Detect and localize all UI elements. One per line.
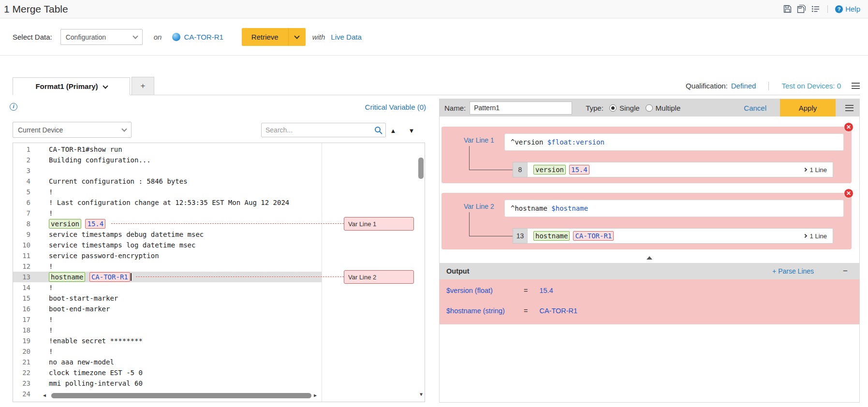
code-line-11[interactable]: 11service password-encryption [13,250,322,261]
parse-lines-button[interactable]: + Parse Lines [772,267,814,275]
save-icon[interactable] [783,4,792,14]
code-line-23[interactable]: 23mmi polling-interval 60 [13,378,322,389]
search-icon[interactable] [374,126,383,134]
merge-table-page: 1 Merge Table ? Help Select Data: Config… [0,0,868,407]
help-button[interactable]: ? Help [835,5,860,13]
type-multiple-radio[interactable] [646,104,653,112]
pattern-variable: $hostname [551,204,588,212]
minimize-icon[interactable]: − [843,266,848,276]
retrieve-label: Retrieve [251,33,279,41]
with-label: with [312,33,325,41]
code-line-5[interactable]: 5! [13,187,322,197]
output-title: Output [446,267,470,275]
scope-select[interactable]: Current Device [13,122,132,138]
type-label: Type: [586,104,603,112]
collapse-cards-button[interactable] [440,256,859,260]
pattern-input[interactable]: ^hostname $hostname [504,200,844,217]
code-line-18[interactable]: 18! [13,325,322,335]
line-number: 13 [13,272,30,282]
type-single-radio[interactable] [609,104,617,112]
select-data-label: Select Data: [13,33,52,41]
code-line-22[interactable]: 22clock timezone EST -5 0 [13,367,322,378]
code-line-21[interactable]: 21no aaa new-model [13,357,322,367]
top-bar-actions: ? Help [783,4,868,14]
matched-line-number: 13 [513,228,527,244]
horizontal-scrollbar-thumb[interactable] [51,393,311,398]
code-line-2[interactable]: 2Building configuration... [13,155,322,165]
line-text: version 15.4 [49,218,105,229]
line-number: 14 [13,282,30,293]
code-line-20[interactable]: 20! [13,346,322,357]
line-number: 9 [13,229,30,240]
data-type-select[interactable]: Configuration [60,29,143,45]
find-next-button[interactable]: ▼ [405,125,418,137]
matched-variable: 15.4 [85,219,105,229]
code-line-13[interactable]: 13hostname CA-TOR-R1 [13,272,322,282]
cancel-button[interactable]: Cancel [744,104,766,112]
expand-lines-button[interactable]: 1 Line [804,233,827,240]
code-line-7[interactable]: 7! [13,208,322,218]
code-line-12[interactable]: 12! [13,261,322,272]
code-line-10[interactable]: 10service timestamps log datetime msec [13,240,322,250]
test-on-devices-link[interactable]: Test on Devices: 0 [781,82,841,90]
code-line-6[interactable]: 6! Last configuration change at 12:53:35… [13,197,322,208]
search-input[interactable] [262,126,374,134]
device-link[interactable]: CA-TOR-R1 [184,33,223,41]
close-icon[interactable]: ✕ [844,122,853,132]
data-type-value: Configuration [66,33,106,41]
var-line-2-callout[interactable]: Var Line 2 [344,270,414,284]
code-line-1[interactable]: 1CA-TOR-R1#show run [13,144,322,155]
list-icon[interactable] [811,4,820,14]
horizontal-scrollbar: ◀ ▶ [43,392,320,399]
critical-variable-link[interactable]: Critical Variable (0) [365,103,426,111]
code-line-17[interactable]: 17! [13,314,322,325]
line-text: boot-start-marker [49,293,118,304]
code-line-3[interactable]: 3 [13,165,322,176]
code-line-14[interactable]: 14! [13,282,322,293]
code-line-8[interactable]: 8version 15.4 [13,218,322,229]
var-line-1-callout[interactable]: Var Line 1 [344,217,414,231]
page-title: 1 Merge Table [0,3,68,15]
code-line-16[interactable]: 16boot-end-marker [13,304,322,314]
tab-format1-primary[interactable]: Format1 (Primary) [13,77,130,95]
divider [827,5,828,13]
code-line-9[interactable]: 9service timestamps debug datetime msec [13,229,322,240]
apply-button[interactable]: Apply [780,99,836,116]
add-format-tab-button[interactable]: + [132,77,154,95]
live-data-link[interactable]: Live Data [331,33,361,41]
line-text: CA-TOR-R1#show run [49,144,122,155]
pattern-input[interactable]: ^version $float:version [504,133,844,151]
code-line-19[interactable]: 19!enable secret ******** [13,335,322,346]
vertical-scrollbar-thumb[interactable] [418,158,424,179]
line-text: service timestamps debug datetime msec [49,229,204,240]
pattern-name-input[interactable] [470,102,572,115]
pattern-menu-icon[interactable] [845,105,853,111]
code-line-15[interactable]: 15boot-start-marker [13,293,322,304]
line-text: ! [49,325,53,335]
close-icon[interactable]: ✕ [844,189,853,198]
line-text: no aaa new-model [49,357,114,367]
line-text: boot-end-marker [49,304,110,314]
retrieve-button[interactable]: Retrieve [242,28,288,46]
menu-icon[interactable] [852,83,860,89]
equals-sign: = [524,287,528,294]
matched-line-content: version 15.4 1 Line [527,162,833,177]
retrieve-dropdown-button[interactable] [288,28,306,46]
connector-line [469,170,513,170]
type-single-label[interactable]: Single [619,104,640,112]
code-line-4[interactable]: 4Current configuration : 5846 bytes [13,176,322,187]
line-text: ! [49,346,53,357]
chevron-down-icon [103,83,108,88]
matched-variable: CA-TOR-R1 [573,231,614,241]
line-number: 2 [13,155,30,165]
info-icon[interactable]: i [10,103,17,111]
scroll-down-icon[interactable]: ▼ [420,392,423,397]
find-previous-button[interactable]: ▲ [387,125,399,137]
line-number: 20 [13,346,30,357]
type-multiple-label[interactable]: Multiple [656,104,681,112]
scroll-right-icon[interactable]: ▶ [314,392,320,399]
qualification-defined-link[interactable]: Defined [731,82,756,90]
expand-lines-button[interactable]: 1 Line [804,166,827,174]
scroll-left-icon[interactable]: ◀ [43,392,49,399]
save-as-icon[interactable] [797,4,806,14]
